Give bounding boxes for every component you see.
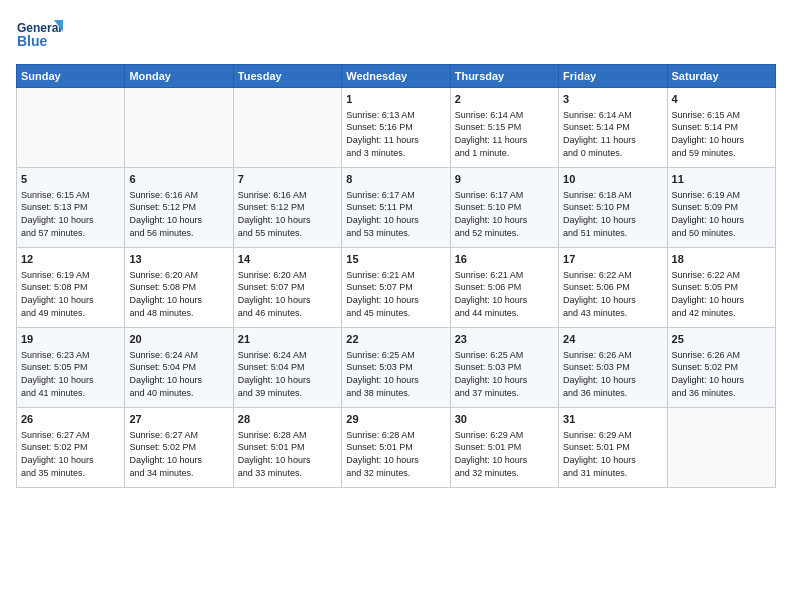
day-info: Sunrise: 6:14 AM Sunset: 5:15 PM Dayligh… [455,109,554,159]
calendar-cell: 8Sunrise: 6:17 AM Sunset: 5:11 PM Daylig… [342,168,450,248]
calendar-cell: 10Sunrise: 6:18 AM Sunset: 5:10 PM Dayli… [559,168,667,248]
calendar-cell: 19Sunrise: 6:23 AM Sunset: 5:05 PM Dayli… [17,328,125,408]
day-number: 22 [346,332,445,347]
calendar-cell: 5Sunrise: 6:15 AM Sunset: 5:13 PM Daylig… [17,168,125,248]
day-info: Sunrise: 6:15 AM Sunset: 5:14 PM Dayligh… [672,109,771,159]
day-info: Sunrise: 6:20 AM Sunset: 5:07 PM Dayligh… [238,269,337,319]
calendar-cell: 18Sunrise: 6:22 AM Sunset: 5:05 PM Dayli… [667,248,775,328]
day-info: Sunrise: 6:22 AM Sunset: 5:05 PM Dayligh… [672,269,771,319]
calendar-cell [125,88,233,168]
calendar-cell: 17Sunrise: 6:22 AM Sunset: 5:06 PM Dayli… [559,248,667,328]
day-number: 24 [563,332,662,347]
day-info: Sunrise: 6:17 AM Sunset: 5:10 PM Dayligh… [455,189,554,239]
day-number: 30 [455,412,554,427]
day-number: 13 [129,252,228,267]
day-info: Sunrise: 6:28 AM Sunset: 5:01 PM Dayligh… [238,429,337,479]
day-info: Sunrise: 6:13 AM Sunset: 5:16 PM Dayligh… [346,109,445,159]
calendar-cell: 16Sunrise: 6:21 AM Sunset: 5:06 PM Dayli… [450,248,558,328]
day-info: Sunrise: 6:26 AM Sunset: 5:02 PM Dayligh… [672,349,771,399]
calendar-cell: 31Sunrise: 6:29 AM Sunset: 5:01 PM Dayli… [559,408,667,488]
day-number: 28 [238,412,337,427]
calendar-cell: 3Sunrise: 6:14 AM Sunset: 5:14 PM Daylig… [559,88,667,168]
weekday-header-monday: Monday [125,65,233,88]
calendar-week-row: 19Sunrise: 6:23 AM Sunset: 5:05 PM Dayli… [17,328,776,408]
weekday-header-sunday: Sunday [17,65,125,88]
day-info: Sunrise: 6:16 AM Sunset: 5:12 PM Dayligh… [238,189,337,239]
calendar-cell [233,88,341,168]
calendar-cell: 1Sunrise: 6:13 AM Sunset: 5:16 PM Daylig… [342,88,450,168]
calendar-week-row: 1Sunrise: 6:13 AM Sunset: 5:16 PM Daylig… [17,88,776,168]
day-info: Sunrise: 6:27 AM Sunset: 5:02 PM Dayligh… [129,429,228,479]
day-info: Sunrise: 6:23 AM Sunset: 5:05 PM Dayligh… [21,349,120,399]
calendar-cell: 28Sunrise: 6:28 AM Sunset: 5:01 PM Dayli… [233,408,341,488]
day-info: Sunrise: 6:19 AM Sunset: 5:08 PM Dayligh… [21,269,120,319]
day-number: 6 [129,172,228,187]
day-info: Sunrise: 6:19 AM Sunset: 5:09 PM Dayligh… [672,189,771,239]
day-number: 2 [455,92,554,107]
day-number: 18 [672,252,771,267]
day-number: 25 [672,332,771,347]
day-number: 19 [21,332,120,347]
day-info: Sunrise: 6:16 AM Sunset: 5:12 PM Dayligh… [129,189,228,239]
day-info: Sunrise: 6:27 AM Sunset: 5:02 PM Dayligh… [21,429,120,479]
calendar-cell: 9Sunrise: 6:17 AM Sunset: 5:10 PM Daylig… [450,168,558,248]
day-info: Sunrise: 6:20 AM Sunset: 5:08 PM Dayligh… [129,269,228,319]
day-number: 14 [238,252,337,267]
day-number: 11 [672,172,771,187]
day-info: Sunrise: 6:14 AM Sunset: 5:14 PM Dayligh… [563,109,662,159]
calendar-cell [667,408,775,488]
calendar-cell: 7Sunrise: 6:16 AM Sunset: 5:12 PM Daylig… [233,168,341,248]
day-number: 27 [129,412,228,427]
day-number: 26 [21,412,120,427]
day-number: 21 [238,332,337,347]
calendar-week-row: 5Sunrise: 6:15 AM Sunset: 5:13 PM Daylig… [17,168,776,248]
day-info: Sunrise: 6:29 AM Sunset: 5:01 PM Dayligh… [455,429,554,479]
day-info: Sunrise: 6:25 AM Sunset: 5:03 PM Dayligh… [346,349,445,399]
weekday-header-friday: Friday [559,65,667,88]
calendar-cell: 27Sunrise: 6:27 AM Sunset: 5:02 PM Dayli… [125,408,233,488]
day-number: 29 [346,412,445,427]
day-number: 20 [129,332,228,347]
calendar-cell: 25Sunrise: 6:26 AM Sunset: 5:02 PM Dayli… [667,328,775,408]
calendar-week-row: 12Sunrise: 6:19 AM Sunset: 5:08 PM Dayli… [17,248,776,328]
calendar-cell: 21Sunrise: 6:24 AM Sunset: 5:04 PM Dayli… [233,328,341,408]
day-info: Sunrise: 6:17 AM Sunset: 5:11 PM Dayligh… [346,189,445,239]
calendar-cell: 12Sunrise: 6:19 AM Sunset: 5:08 PM Dayli… [17,248,125,328]
calendar-cell: 13Sunrise: 6:20 AM Sunset: 5:08 PM Dayli… [125,248,233,328]
day-number: 17 [563,252,662,267]
day-number: 12 [21,252,120,267]
calendar-cell: 14Sunrise: 6:20 AM Sunset: 5:07 PM Dayli… [233,248,341,328]
day-number: 7 [238,172,337,187]
day-number: 4 [672,92,771,107]
calendar-cell: 2Sunrise: 6:14 AM Sunset: 5:15 PM Daylig… [450,88,558,168]
day-info: Sunrise: 6:21 AM Sunset: 5:06 PM Dayligh… [455,269,554,319]
weekday-header-thursday: Thursday [450,65,558,88]
day-number: 15 [346,252,445,267]
calendar-table: SundayMondayTuesdayWednesdayThursdayFrid… [16,64,776,488]
day-number: 23 [455,332,554,347]
logo: General Blue [16,16,64,56]
weekday-header-row: SundayMondayTuesdayWednesdayThursdayFrid… [17,65,776,88]
calendar-cell: 20Sunrise: 6:24 AM Sunset: 5:04 PM Dayli… [125,328,233,408]
day-number: 9 [455,172,554,187]
calendar-cell: 22Sunrise: 6:25 AM Sunset: 5:03 PM Dayli… [342,328,450,408]
calendar-cell: 30Sunrise: 6:29 AM Sunset: 5:01 PM Dayli… [450,408,558,488]
weekday-header-wednesday: Wednesday [342,65,450,88]
day-info: Sunrise: 6:18 AM Sunset: 5:10 PM Dayligh… [563,189,662,239]
day-info: Sunrise: 6:24 AM Sunset: 5:04 PM Dayligh… [129,349,228,399]
day-info: Sunrise: 6:24 AM Sunset: 5:04 PM Dayligh… [238,349,337,399]
calendar-cell: 29Sunrise: 6:28 AM Sunset: 5:01 PM Dayli… [342,408,450,488]
day-number: 8 [346,172,445,187]
day-info: Sunrise: 6:29 AM Sunset: 5:01 PM Dayligh… [563,429,662,479]
calendar-cell: 11Sunrise: 6:19 AM Sunset: 5:09 PM Dayli… [667,168,775,248]
calendar-cell: 24Sunrise: 6:26 AM Sunset: 5:03 PM Dayli… [559,328,667,408]
day-number: 1 [346,92,445,107]
logo-svg: General Blue [16,16,64,56]
calendar-cell [17,88,125,168]
svg-text:Blue: Blue [17,33,48,49]
calendar-cell: 6Sunrise: 6:16 AM Sunset: 5:12 PM Daylig… [125,168,233,248]
day-number: 5 [21,172,120,187]
calendar-week-row: 26Sunrise: 6:27 AM Sunset: 5:02 PM Dayli… [17,408,776,488]
day-number: 3 [563,92,662,107]
day-info: Sunrise: 6:21 AM Sunset: 5:07 PM Dayligh… [346,269,445,319]
